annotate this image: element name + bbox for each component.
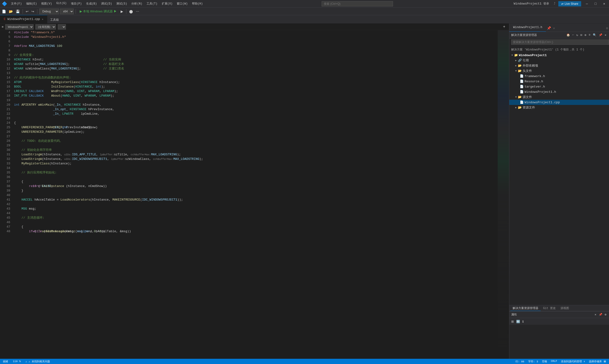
menu-view[interactable]: 视图(V) bbox=[39, 1, 54, 7]
close-button[interactable]: ✕ bbox=[601, 1, 607, 7]
tree-item-wprojh[interactable]: 📄 WindowsProject1.h bbox=[509, 89, 609, 94]
tree-solution-root[interactable]: ▼ 📁 WindowsProject1 bbox=[509, 52, 609, 58]
se-search-btn[interactable]: 🔍 bbox=[592, 33, 597, 37]
tree-item-resources[interactable]: ▶ 📂 资源文件 bbox=[509, 105, 609, 110]
menu-test[interactable]: 测试(S) bbox=[115, 1, 129, 7]
title-bar-center bbox=[205, 1, 510, 6]
tree-item-sources[interactable]: ▼ 📂 源文件 bbox=[509, 94, 609, 100]
solution-search-container bbox=[509, 39, 609, 46]
file-scope-dropdown[interactable]: WindowsProject1 bbox=[5, 24, 34, 29]
live-share-button[interactable]: ⇌ Live Share bbox=[558, 1, 581, 6]
se-pin-btn[interactable]: 📌 bbox=[598, 33, 603, 37]
menu-build[interactable]: 生成(B) bbox=[84, 1, 99, 7]
bottom-tab-git[interactable]: Git 更改 bbox=[541, 306, 558, 311]
tree-item-resource-h[interactable]: 📄 Resource.h bbox=[509, 79, 609, 84]
prop-pin-btn[interactable]: 📌 bbox=[598, 312, 603, 317]
toolbar-redo-btn[interactable]: ↪ bbox=[30, 9, 35, 14]
bottom-tab-solution[interactable]: 解决方案资源管理器 bbox=[510, 306, 541, 311]
right-tab-close[interactable]: ✕ bbox=[552, 25, 556, 32]
status-ready[interactable]: 就绪 bbox=[2, 360, 9, 363]
wprojh-icon: 📄 bbox=[520, 90, 524, 94]
se-refresh-btn[interactable]: ↻ bbox=[576, 33, 579, 37]
toolbar-attach-btn[interactable]: ▶ bbox=[120, 9, 124, 14]
menu-window[interactable]: 窗口(W) bbox=[175, 1, 190, 7]
menu-analyze[interactable]: 分析(N) bbox=[130, 1, 144, 7]
tree-item-references[interactable]: ▶ 🔗 引用 bbox=[509, 58, 609, 63]
status-zoom[interactable]: 119 % bbox=[13, 360, 21, 363]
symbol-scope-dropdown[interactable]: (全局范围) bbox=[36, 24, 56, 29]
menu-help[interactable]: 帮助(H) bbox=[190, 1, 205, 7]
debug-config-dropdown[interactable]: Debug Release bbox=[39, 9, 59, 14]
toolbar-save-btn[interactable]: 💾 bbox=[15, 9, 21, 14]
status-line[interactable]: 行: 86 bbox=[515, 360, 525, 363]
global-search-input[interactable] bbox=[322, 1, 393, 6]
toolbar-breakpoint-btn[interactable]: ⬤ bbox=[128, 9, 134, 14]
menu-file[interactable]: 文件(F) bbox=[9, 1, 24, 7]
prop-close-btn[interactable]: ✕ bbox=[594, 312, 597, 317]
right-panel-tab-bar: WindowsProject1.h 📌 ✕ ⚙ bbox=[509, 24, 609, 32]
tree-item-externaldeps[interactable]: ▶ 📂 外部依赖项 bbox=[509, 63, 609, 68]
se-filter-btn[interactable]: ⚙ bbox=[584, 33, 587, 37]
code-line-45: // 主消息循环: bbox=[13, 216, 498, 220]
code-line-46: ⊟ while (GetMessage(&msg, nullptr, 0, 0)… bbox=[13, 220, 498, 225]
prop-info-btn[interactable]: ℹ bbox=[521, 319, 525, 324]
symbol-select-dropdown[interactable] bbox=[58, 24, 66, 29]
prop-menu-btn[interactable]: ⚙ bbox=[604, 312, 607, 317]
toolbar-undo-btn[interactable]: ↩ bbox=[25, 9, 29, 14]
right-tab-solution-label: WindowsProject1.h bbox=[513, 26, 542, 29]
se-back-btn[interactable]: ← bbox=[572, 33, 575, 37]
tree-item-framework-h[interactable]: 📄 framework.h bbox=[509, 74, 609, 79]
status-right: 行: 86 字符: 3 空格 CRLF 添加到源代码管理 ⬆ 选择存储库 🏛 bbox=[515, 360, 607, 363]
targetver-h-icon: 📄 bbox=[520, 85, 524, 89]
code-content-area[interactable]: 45678 910111213 1415161718 1920212223 24… bbox=[0, 30, 509, 359]
minimap[interactable] bbox=[498, 30, 509, 359]
tab-close-main[interactable]: ✕ bbox=[42, 18, 43, 21]
status-select-repo[interactable]: 选择存储库 🏛 bbox=[588, 360, 607, 363]
main-toolbar: 📄 📂 💾 ↩ ↪ Debug Release x64 x86 ▶ 本地 Win… bbox=[0, 8, 609, 15]
menu-debug[interactable]: 调试(D) bbox=[99, 1, 114, 7]
status-warning[interactable]: ⚠ ⚠ 未找到相关问题 bbox=[25, 360, 51, 363]
toolbar-more-btn[interactable]: ⋯ bbox=[135, 9, 140, 14]
platform-dropdown[interactable]: x64 x86 bbox=[60, 9, 74, 14]
toolbar-sep-3 bbox=[76, 9, 76, 14]
status-col[interactable]: 字符: 3 bbox=[527, 360, 539, 363]
tree-arrow-resources: ▶ bbox=[514, 106, 518, 109]
menu-bar: 文件(F) 编辑(E) 视图(V) Git(G) 项目(P) 生成(B) 调试(… bbox=[9, 1, 205, 7]
tree-item-headers[interactable]: ▼ 📂 头文件 bbox=[509, 68, 609, 74]
tree-item-wproj-cpp[interactable]: 📄 WindowsProject1.cpp bbox=[509, 100, 609, 105]
menu-tools[interactable]: 工具(T) bbox=[145, 1, 159, 7]
menu-edit[interactable]: 编辑(E) bbox=[24, 1, 39, 7]
right-tab-pin[interactable]: 📌 bbox=[546, 25, 552, 32]
tree-item-targetver-h[interactable]: 📄 targetver.h bbox=[509, 84, 609, 89]
add-file-button[interactable]: + bbox=[501, 24, 507, 29]
toolbar-open-btn[interactable]: 📂 bbox=[8, 9, 14, 14]
menu-extensions[interactable]: 扩展(X) bbox=[160, 1, 175, 7]
right-tab-menu[interactable]: ⚙ bbox=[605, 25, 609, 32]
prop-alpha-btn[interactable]: 🔤 bbox=[515, 319, 521, 324]
warning-text: ⚠ 未找到相关问题 bbox=[28, 360, 50, 363]
se-collapse-btn[interactable]: ⊟ bbox=[580, 33, 583, 37]
run-debugger-button[interactable]: ▶ 本地 Windows 调试器 ▶ bbox=[78, 9, 119, 14]
status-add-vcs[interactable]: 添加到源代码管理 ⬆ bbox=[560, 360, 586, 363]
menu-git[interactable]: Git(G) bbox=[54, 1, 68, 7]
code-line-22: _In_ LPWSTR lpCmdLine, bbox=[13, 112, 498, 116]
login-button[interactable]: 登录 bbox=[542, 1, 551, 7]
se-settings-btn[interactable]: ≡ bbox=[588, 33, 591, 37]
prop-cat-btn[interactable]: ⊞ bbox=[510, 319, 515, 324]
toolbar-new-btn[interactable]: 📄 bbox=[1, 9, 7, 14]
tab-editor-main[interactable]: C WindowsProject1.cpp ✕ bbox=[0, 15, 47, 23]
solution-search-input[interactable] bbox=[511, 39, 609, 45]
bottom-tab-source[interactable]: 源视图 bbox=[558, 306, 571, 311]
maximize-button[interactable]: □ bbox=[593, 1, 598, 7]
right-tab-solution[interactable]: WindowsProject1.h bbox=[509, 24, 546, 32]
code-line-41: HACCEL hAccelTable = LoadAccelerators(hI… bbox=[13, 197, 498, 202]
wproj-cpp-icon: 📄 bbox=[520, 100, 524, 104]
se-close-btn[interactable]: ✕ bbox=[604, 33, 607, 37]
menu-project[interactable]: 项目(P) bbox=[69, 1, 84, 7]
tree-arrow-root: ▼ bbox=[510, 54, 514, 57]
status-space[interactable]: 空格 bbox=[541, 360, 548, 363]
status-eol[interactable]: CRLF bbox=[550, 360, 558, 363]
minimize-button[interactable]: — bbox=[584, 1, 590, 7]
se-home-btn[interactable]: 🏠 bbox=[566, 33, 571, 37]
right-panel: WindowsProject1.h 📌 ✕ ⚙ 解决方案资源管理器 🏠 ← ↻ … bbox=[509, 24, 609, 359]
